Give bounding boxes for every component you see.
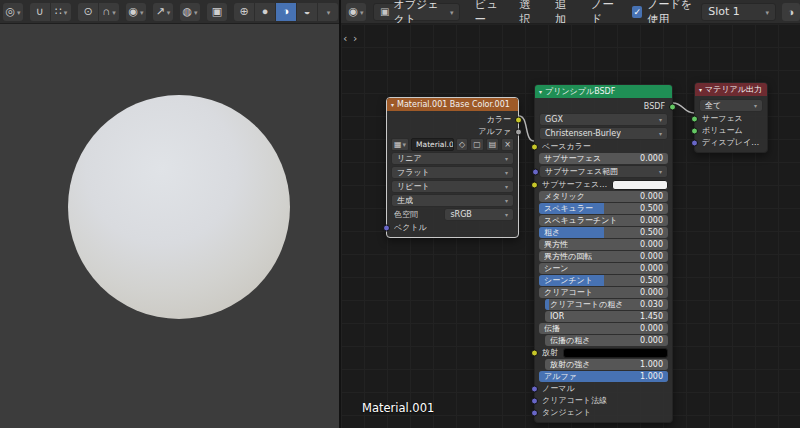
node-link	[673, 103, 694, 113]
shading-settings-button[interactable]	[318, 3, 338, 21]
node-socket[interactable]	[531, 349, 538, 356]
material-slot-select[interactable]: Slot 1	[701, 3, 776, 21]
slider-シーンチント[interactable]: シーンチント0.500	[539, 275, 668, 286]
node-socket[interactable]	[669, 103, 676, 110]
dropdown-生成[interactable]: 生成	[391, 194, 514, 207]
slider-シーン[interactable]: シーン0.000	[539, 263, 668, 274]
shading-rendered-button[interactable]: ◒	[297, 3, 317, 21]
principled-bsdf-node[interactable]: プリンシプルBSDFBSDFGGXChristensen-Burleyベースカラ…	[534, 84, 673, 423]
image-name-field[interactable]: Material.001 ···	[411, 138, 454, 151]
chevron-down-icon	[505, 196, 508, 205]
menu-select[interactable]: 選択	[519, 0, 536, 24]
node-title-bar[interactable]: Material.001 Base Color.001	[387, 98, 518, 111]
shading-material-button[interactable]: ◑	[276, 3, 296, 21]
slider-クリアコートの粗さ[interactable]: クリアコートの粗さ0.030	[545, 299, 668, 310]
shading-solid-button[interactable]: ●	[255, 3, 275, 21]
snap-magnet-toggle[interactable]: ∪	[30, 3, 50, 21]
slider-クリアコート[interactable]: クリアコート0.000	[539, 287, 668, 298]
object-mode-icon: ▣	[380, 6, 389, 17]
falloff-dropdown[interactable]: ∩	[99, 3, 119, 21]
slider-メタリック[interactable]: メタリック0.000	[539, 191, 668, 202]
use-nodes-toggle[interactable]: ✓ ノードを使用	[632, 0, 701, 24]
slider-value: 0.000	[640, 252, 663, 261]
dropdown-GGX[interactable]: GGX	[539, 113, 668, 126]
slider-label: シーン	[544, 263, 568, 274]
proportional-editing-toggle[interactable]: ⊙	[78, 3, 98, 21]
node-socket[interactable]	[691, 139, 698, 146]
browse-material-button[interactable]: ◑	[782, 3, 800, 21]
chevron-down-icon	[63, 6, 68, 17]
checkbox-checked-icon[interactable]: ✓	[632, 6, 642, 18]
editor-type-button[interactable]: ◉	[346, 3, 366, 21]
node-socket[interactable]	[532, 168, 539, 175]
gizmo-dropdown[interactable]: ↗	[153, 3, 173, 21]
slider-サブサーフェス[interactable]: サブサーフェス0.000	[539, 153, 668, 164]
slider-伝播[interactable]: 伝播0.000	[539, 323, 668, 334]
preview-viewport[interactable]	[0, 24, 339, 428]
node-socket[interactable]	[515, 128, 522, 135]
dropdown-フラット[interactable]: フラット	[391, 166, 514, 179]
shader-node-editor[interactable]: ‹ › Material.001 Base Color.001カラーアルファ▦M…	[341, 24, 800, 428]
node-socket[interactable]	[383, 224, 390, 231]
chevron-down-icon	[193, 6, 198, 17]
material-output-node[interactable]: マテリアル出力全てサーフェスボリュームディスプレイスメ…	[694, 82, 768, 153]
colorspace-select[interactable]: sRGB	[444, 208, 514, 221]
shading-wireframe-icon: ⊕	[239, 6, 248, 17]
shading-wireframe-button[interactable]: ⊕	[234, 3, 254, 21]
slider-アルファ[interactable]: アルファ1.000	[539, 371, 668, 382]
dropdown-リピート[interactable]: リピート	[391, 180, 514, 193]
dropdown-全て[interactable]: 全て	[699, 99, 763, 112]
slider-IOR[interactable]: IOR1.450	[545, 311, 668, 322]
menu-node[interactable]: ノード	[591, 0, 617, 24]
socket-row-アルファ: アルファ	[391, 126, 514, 137]
chevron-down-icon	[326, 6, 331, 17]
xray-toggle[interactable]: ▣	[207, 3, 227, 21]
node-socket[interactable]	[531, 181, 538, 188]
chevron-down-icon	[754, 101, 757, 110]
image-texture-node[interactable]: Material.001 Base Color.001カラーアルファ▦Mater…	[386, 97, 519, 238]
visibility-dropdown[interactable]: ◉	[126, 3, 146, 21]
fake-user-icon[interactable]: ◇	[456, 138, 468, 151]
node-socket[interactable]	[515, 116, 522, 123]
socket-row-クリアコート法線: クリアコート法線	[539, 395, 668, 406]
node-socket[interactable]	[531, 397, 538, 404]
node-socket[interactable]	[531, 385, 538, 392]
node-socket[interactable]	[531, 143, 538, 150]
node-socket[interactable]	[531, 409, 538, 416]
slider-異方性の回転[interactable]: 異方性の回転0.000	[539, 251, 668, 262]
menu-view[interactable]: ビュー	[474, 0, 500, 24]
color-swatch[interactable]	[563, 348, 668, 358]
image-icon[interactable]: ▦	[391, 138, 409, 151]
editor-divider[interactable]	[339, 0, 341, 428]
slider-label: クリアコート	[544, 287, 593, 298]
slider-伝播の粗さ[interactable]: 伝播の粗さ0.000	[545, 335, 668, 346]
preview-sphere[interactable]	[68, 95, 290, 319]
dropdown-リニア[interactable]: リニア	[391, 152, 514, 165]
node-socket[interactable]	[691, 127, 698, 134]
colorspace-value: sRGB	[450, 210, 471, 219]
snap-settings-button[interactable]: ∷	[51, 3, 71, 21]
slider-スペキュラー[interactable]: スペキュラー0.500	[539, 203, 668, 214]
slider-label: シーンチント	[544, 275, 593, 286]
toolbar-group: ◎	[3, 3, 23, 21]
node-title-bar[interactable]: マテリアル出力	[695, 83, 767, 96]
dropdown-サブサーフェス範囲[interactable]: サブサーフェス範囲	[539, 165, 668, 178]
slider-放射の強さ[interactable]: 放射の強さ1.000	[545, 359, 668, 370]
slider-粗さ[interactable]: 粗さ0.500	[539, 227, 668, 238]
folder-icon[interactable]: ▤	[486, 138, 500, 151]
node-socket[interactable]	[691, 115, 698, 122]
node-title-bar[interactable]: プリンシプルBSDF	[535, 85, 672, 98]
mode-select[interactable]: ▣ オブジェクト	[373, 3, 460, 21]
color-swatch[interactable]	[612, 180, 668, 190]
slider-スペキュラーチント[interactable]: スペキュラーチント0.000	[539, 215, 668, 226]
slider-異方性[interactable]: 異方性0.000	[539, 239, 668, 250]
dropdown-Christensen-Burley[interactable]: Christensen-Burley	[539, 127, 668, 140]
pivot-point-button[interactable]: ◎	[3, 3, 23, 21]
close-icon[interactable]: ×	[501, 138, 514, 151]
menu-add[interactable]: 追加	[555, 0, 572, 24]
panel-toggle-icon[interactable]: ‹ ›	[343, 32, 358, 45]
copy-icon[interactable]: ▢	[470, 138, 484, 151]
node-title: プリンシプルBSDF	[545, 86, 615, 97]
overlays-dropdown[interactable]: ◍	[180, 3, 200, 21]
socket-row-ベクトル: ベクトル	[391, 222, 514, 233]
